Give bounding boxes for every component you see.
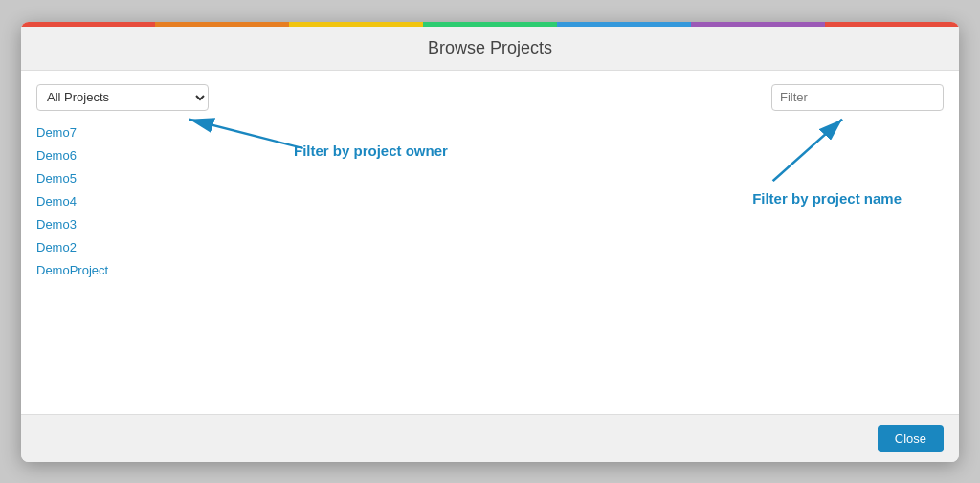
list-item: Demo2 xyxy=(36,235,944,258)
project-link[interactable]: Demo3 xyxy=(36,217,77,231)
browse-projects-dialog: Browse Projects All Projects User1 User2… xyxy=(21,22,959,462)
project-link[interactable]: Demo5 xyxy=(36,171,77,186)
list-item: Demo6 xyxy=(36,143,944,166)
filter-input[interactable] xyxy=(771,84,944,111)
owner-select[interactable]: All Projects User1 User2 User3 xyxy=(36,84,209,111)
dialog-title-bar: Browse Projects xyxy=(21,27,959,71)
project-link[interactable]: Demo4 xyxy=(36,194,77,209)
project-link[interactable]: Demo2 xyxy=(36,240,77,254)
dialog-footer: Close xyxy=(21,414,959,462)
project-list: Demo7Demo6Demo5Demo4Demo3Demo2DemoProjec… xyxy=(36,121,944,281)
close-button[interactable]: Close xyxy=(878,425,944,452)
dialog-body: All Projects User1 User2 User3 Demo7Demo… xyxy=(21,71,959,414)
project-link[interactable]: Demo6 xyxy=(36,148,77,163)
list-item: Demo4 xyxy=(36,189,944,212)
list-item: DemoProject xyxy=(36,258,944,281)
dialog-title: Browse Projects xyxy=(428,38,552,57)
top-controls: All Projects User1 User2 User3 xyxy=(36,84,944,111)
project-link[interactable]: DemoProject xyxy=(36,263,108,277)
list-item: Demo7 xyxy=(36,121,944,143)
project-link[interactable]: Demo7 xyxy=(36,125,77,140)
list-item: Demo5 xyxy=(36,166,944,189)
list-item: Demo3 xyxy=(36,212,944,235)
